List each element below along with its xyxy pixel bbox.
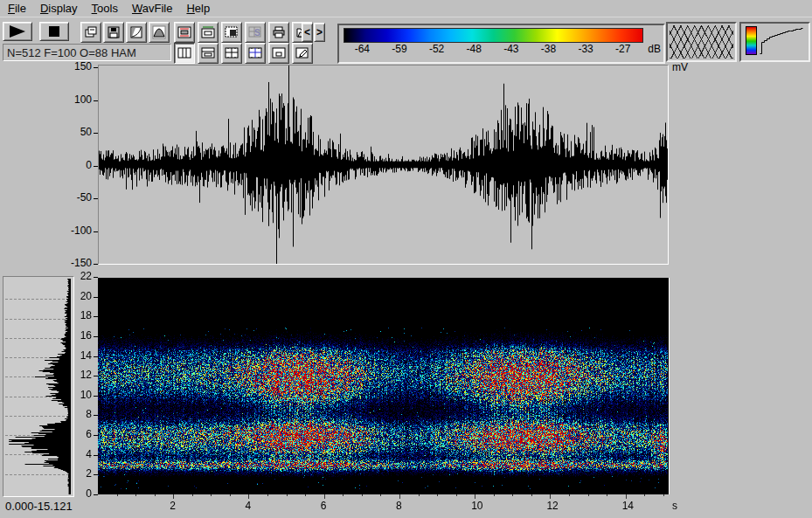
colorbar-label: -43 (503, 43, 518, 55)
layout-inset-button[interactable] (268, 43, 289, 64)
y-tick-label: 20 (80, 292, 98, 301)
y-tick-label: 14 (80, 351, 98, 361)
y-tick-label: 18 (80, 311, 98, 321)
colorbar-label: -38 (541, 43, 556, 55)
layout-grid-blue-button[interactable] (245, 43, 266, 64)
layout-rows-button[interactable] (198, 43, 219, 64)
colorbar-label: -27 (615, 43, 630, 55)
x-tick-label: 14 (622, 500, 634, 512)
colorbar-label: -48 (467, 43, 482, 55)
frame-settings-button[interactable] (198, 22, 219, 43)
copy-frame-icon (84, 25, 98, 39)
window-function-button[interactable] (149, 22, 170, 43)
layout-columns-button[interactable] (174, 43, 195, 64)
x-tick-label: 2 (170, 500, 176, 512)
x-tick-label: 4 (245, 500, 251, 512)
y-tick-label: 0 (86, 489, 98, 499)
menu-tools[interactable]: Tools (86, 1, 126, 17)
copy-frame-button[interactable] (80, 22, 101, 43)
analysis-settings-text: N=512 F=100 O=88 HAM (7, 46, 136, 59)
prev-arrow-icon: < (304, 28, 310, 37)
texture-preview-panel[interactable] (666, 22, 737, 62)
edit-pencil-icon (295, 46, 309, 60)
transfer-curve-icon (129, 25, 143, 39)
spectrogram-y-axis: 22 20 18 16 14 12 10 8 6 4 2 0 (0, 272, 98, 499)
signal-button-disabled: S (245, 22, 266, 43)
transfer-curve-button[interactable] (126, 22, 147, 43)
y-tick-label: 0 (86, 161, 98, 170)
play-button[interactable] (3, 22, 32, 41)
selection-fill-icon (225, 25, 239, 39)
layout-grid-icon (225, 46, 239, 60)
play-icon (8, 25, 27, 38)
colormap-curve-panel[interactable] (739, 22, 810, 62)
colorbar-label: -33 (578, 43, 593, 55)
y-tick-label: 2 (86, 469, 98, 479)
crosshatch-pattern (670, 25, 733, 59)
prev-button[interactable]: < (302, 23, 313, 42)
waveform-plot[interactable] (99, 66, 668, 264)
edit-button[interactable] (292, 43, 313, 64)
y-tick-label: 4 (86, 450, 98, 459)
colorbar-labels: -64 -59 -52 -48 -43 -38 -33 -27 (344, 43, 642, 55)
y-tick-label: 100 (74, 95, 98, 105)
colorbar-gradient (344, 28, 643, 43)
colorbar-label: -52 (429, 43, 444, 55)
y-tick-label: -100 (71, 226, 98, 236)
colorbar-unit: dB (648, 43, 661, 55)
menu-file[interactable]: File (2, 1, 34, 17)
frame-settings-icon (201, 25, 215, 39)
window-function-icon (152, 25, 166, 39)
stop-button[interactable] (39, 22, 69, 41)
next-button[interactable]: > (314, 23, 325, 42)
y-tick-label: -150 (71, 259, 98, 268)
menu-help[interactable]: Help (180, 1, 218, 17)
menu-wavfile[interactable]: WavFile (126, 1, 180, 17)
y-tick-label: -50 (77, 193, 98, 203)
print-button[interactable] (268, 22, 289, 43)
y-tick-label: 6 (86, 430, 98, 439)
signal-grid-icon: S (248, 25, 262, 39)
y-tick-label: 8 (86, 410, 98, 419)
menu-bar: File Display Tools WavFile Help (0, 0, 812, 17)
y-tick-label: 16 (80, 331, 98, 341)
colorbar-label: -59 (392, 43, 406, 55)
waveform-y-axis: 150 100 50 0 -50 -100 -150 (0, 62, 98, 268)
spectrogram-plot[interactable] (98, 278, 668, 494)
y-tick-label: 22 (80, 272, 98, 281)
selection-fill-button[interactable] (221, 22, 242, 43)
x-tick-label: 6 (321, 500, 327, 512)
rainbow-scale-icon (746, 26, 757, 55)
waveform-unit-label: mV (672, 61, 688, 73)
save-floppy-icon (107, 25, 121, 39)
layout-rows-icon (201, 46, 215, 60)
spectrogram-frame (98, 278, 670, 494)
app-window: { "window": {"bg": "#c0c0c0"}, "menu": {… (0, 0, 812, 518)
layout-grid-blue-icon (248, 46, 262, 60)
menu-display[interactable]: Display (34, 1, 86, 17)
y-tick-label: 50 (80, 128, 98, 137)
x-tick-label: 12 (546, 500, 558, 512)
waveform-plot-frame (98, 65, 669, 265)
printer-icon (272, 25, 286, 39)
y-tick-label: 150 (74, 62, 98, 72)
svg-text:S: S (254, 28, 260, 38)
display-frame-icon (177, 25, 191, 39)
analysis-settings-status: N=512 F=100 O=88 HAM (3, 44, 171, 61)
time-axis-labels: 2468101214 (98, 500, 675, 512)
colorbar-panel: -64 -59 -52 -48 -43 -38 -33 -27 dB (337, 24, 665, 64)
layout-grid-button[interactable] (221, 43, 242, 64)
layout-columns-icon (177, 46, 191, 60)
display-frame-button[interactable] (174, 22, 195, 43)
stop-icon (48, 25, 60, 38)
x-tick-label: 10 (471, 500, 482, 512)
time-range-label: 0.000-15.121 (5, 500, 73, 513)
y-tick-label: 10 (80, 390, 98, 400)
y-tick-label: 12 (80, 370, 98, 380)
time-unit-label: s (672, 500, 677, 512)
next-arrow-icon: > (316, 28, 323, 37)
transfer-curve-preview (759, 26, 804, 55)
save-button[interactable] (103, 22, 124, 43)
colorbar-label: -64 (355, 43, 370, 55)
x-tick-label: 8 (396, 500, 402, 512)
